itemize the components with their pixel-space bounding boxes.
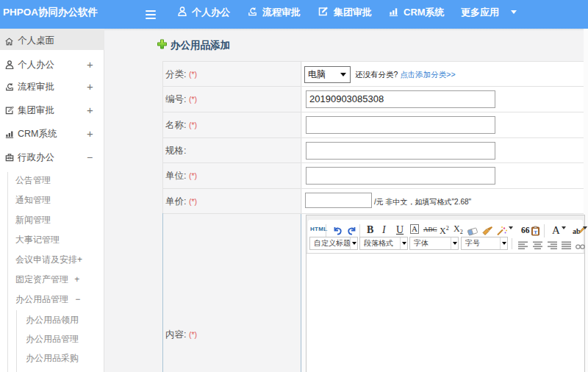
svg-text:T: T: [534, 229, 537, 235]
